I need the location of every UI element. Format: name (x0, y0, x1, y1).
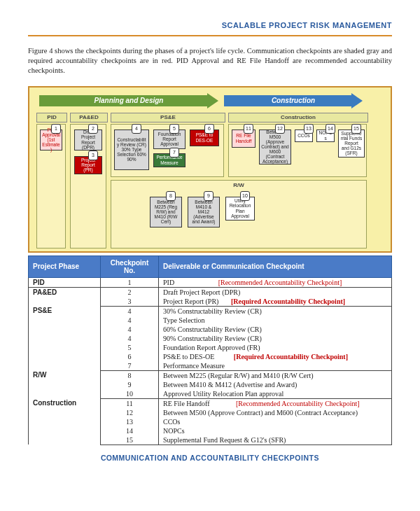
phase-paed: PA&ED (70, 113, 108, 122)
table-row: R/W 8 Between M225 (Regular R/W) and M41… (29, 370, 392, 380)
arrow-construction-label: Construction (272, 97, 315, 104)
deliverable-cell: Foundation Report Approved (FR) (159, 343, 392, 352)
box-8: Between M225 (Reg R/W) and M410 (R/W Cer… (150, 197, 182, 227)
box-9: Between M410 & M412 (Advertise and Award… (188, 197, 220, 227)
deliverable-cell: Draft Project Report (DPR) (159, 287, 392, 297)
phase-con: Construction (228, 113, 368, 122)
page-header: SCALABLE PROJECT RISK MANAGEMENT (28, 21, 392, 29)
deliverable-cell: 90% Constructability Review (CR) (159, 334, 392, 343)
lifecycle-diagram: Planning and Design Construction PID PA&… (28, 86, 392, 253)
badge-1: 1 (51, 124, 61, 134)
no-cell: 11 (101, 398, 159, 408)
badge-3: 3 (88, 150, 98, 160)
badge-10: 10 (240, 191, 250, 201)
box-12: Between M500 (Approve Contract) and M600… (259, 130, 291, 164)
no-cell: 14 (101, 426, 159, 435)
badge-14: 14 (326, 124, 335, 134)
header-rule (28, 35, 392, 36)
deliverable-cell: PID [Recommended Accountability Checkpoi… (159, 277, 392, 287)
no-cell: 5 (101, 343, 159, 352)
badge-11: 11 (244, 124, 253, 134)
badge-13: 13 (304, 124, 314, 134)
deliverable-cell: Supplemental Fund Request & G12's (SFR) (159, 435, 392, 445)
no-cell: 10 (101, 389, 159, 399)
deliverable-cell: 60% Constructability Review (CR) (159, 325, 392, 334)
phase-cell: Construction (29, 398, 101, 444)
badge-4: 4 (132, 124, 141, 134)
arrow-planning-label: Planning and Design (94, 97, 164, 104)
no-cell: 4 (101, 316, 159, 325)
figure-caption: COMMUNICATION AND ACCOUNTABILITY CHECKPO… (28, 454, 392, 462)
badge-12: 12 (275, 124, 285, 134)
deliverable-cell: PS&E to DES-OE [Required Accountability … (159, 352, 392, 361)
no-cell: 12 (101, 408, 159, 417)
deliverable-cell: Type Selection (159, 316, 392, 325)
arrow-construction: Construction (224, 93, 363, 108)
badge-7: 7 (169, 148, 179, 158)
deliverable-cell: NOPCs (159, 426, 392, 435)
phase-cell: PA&ED (29, 287, 101, 306)
no-cell: 6 (101, 352, 159, 361)
no-cell: 4 (101, 306, 159, 316)
table-row: PA&ED 2 Draft Project Report (DPR) (29, 287, 392, 297)
arrow-planning: Planning and Design (39, 93, 218, 108)
badge-6: 6 (204, 124, 214, 134)
th-phase: Project Phase (29, 255, 101, 277)
no-cell: 13 (101, 417, 159, 426)
box-4: Constructability Review (CR) 30% Type Se… (114, 130, 149, 170)
phase-pse: PS&E (111, 113, 225, 122)
no-cell: 9 (101, 380, 159, 389)
deliverable-cell: CCOs (159, 417, 392, 426)
deliverable-cell: Approved Utility Relocation Plan approva… (159, 389, 392, 399)
no-cell: 2 (101, 287, 159, 297)
no-cell: 1 (101, 277, 159, 287)
box-15: Supplemental Funds Report and G12s (SFR) (338, 130, 365, 158)
table-row: PS&E 4 30% Constructability Review (CR) (29, 306, 392, 316)
no-cell: 3 (101, 297, 159, 307)
table-row: Construction 11 RE File Handoff [Recomme… (29, 398, 392, 408)
deliverable-cell: Performance Measure (159, 361, 392, 371)
phase-cell: PS&E (29, 306, 101, 370)
no-cell: 8 (101, 370, 159, 380)
badge-15: 15 (351, 124, 361, 134)
badge-5: 5 (169, 124, 179, 134)
th-no: Checkpoint No. (101, 255, 159, 277)
checkpoint-table: Project Phase Checkpoint No. Deliverable… (28, 255, 392, 445)
deliverable-cell: 30% Constructability Review (CR) (159, 306, 392, 316)
badge-2: 2 (88, 124, 98, 134)
deliverable-cell: Between M500 (Approve Contract) and M600… (159, 408, 392, 417)
no-cell: 7 (101, 361, 159, 371)
deliverable-cell: Between M225 (Regular R/W) and M410 (R/W… (159, 370, 392, 380)
rw-label: R/W (111, 182, 366, 188)
badge-8: 8 (166, 191, 176, 201)
table-row: PID 1 PID [Recommended Accountability Ch… (29, 277, 392, 287)
no-cell: 4 (101, 334, 159, 343)
phase-cell: R/W (29, 370, 101, 398)
phase-pid: PID (36, 113, 67, 122)
th-deliverable: Deliverable or Communication Checkpoint (159, 255, 392, 277)
no-cell: 15 (101, 435, 159, 445)
table-header-row: Project Phase Checkpoint No. Deliverable… (29, 255, 392, 277)
no-cell: 4 (101, 325, 159, 334)
deliverable-cell: Project Report (PR) [Required Accountabi… (159, 297, 392, 307)
phase-cell: PID (29, 277, 101, 287)
deliverable-cell: RE File Handoff [Recommended Accountabil… (159, 398, 392, 408)
intro-paragraph: Figure 4 shows the checkpoints during th… (28, 46, 392, 76)
badge-9: 9 (204, 191, 214, 201)
deliverable-cell: Between M410 & M412 (Advertise and Award… (159, 380, 392, 389)
